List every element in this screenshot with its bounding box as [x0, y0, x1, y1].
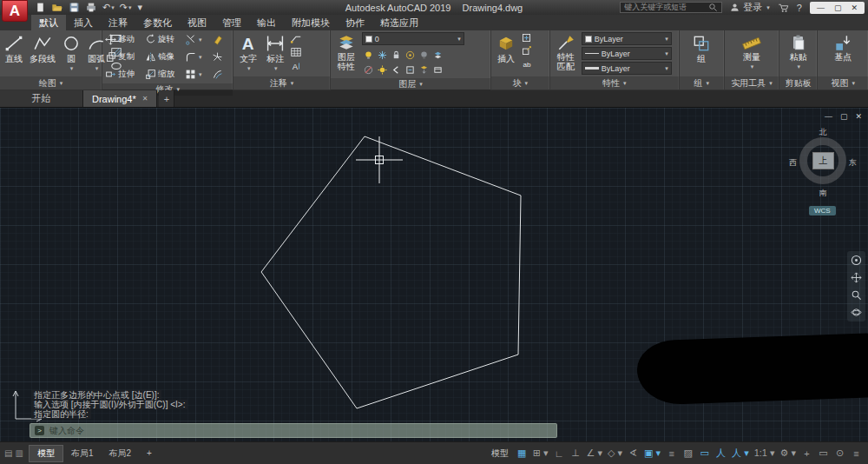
move-button[interactable]: 移动: [105, 34, 141, 45]
status-toggle-icon[interactable]: ≡: [664, 446, 679, 461]
close-button[interactable]: ✕: [851, 3, 858, 12]
layout-tab[interactable]: 布局1: [63, 445, 102, 462]
layer-properties-button[interactable]: 图层特性: [333, 32, 359, 72]
ribbon-tab[interactable]: 附加模块: [284, 15, 338, 30]
layer-dropdown[interactable]: 0 ▾: [362, 32, 464, 45]
new-drawing-tab-button[interactable]: +: [159, 90, 174, 107]
status-toggle-icon[interactable]: ▭: [697, 446, 712, 461]
panel-label-annotation[interactable]: 注释▾: [233, 76, 330, 89]
panel-label-layers[interactable]: 图层▾: [331, 78, 490, 90]
ribbon-tab[interactable]: 插入: [66, 15, 101, 30]
panel-label-draw[interactable]: 绘图▾: [0, 76, 102, 89]
layer-thaw-button[interactable]: [376, 63, 389, 76]
ribbon-tab[interactable]: 精选应用: [372, 15, 426, 30]
minimize-button[interactable]: —: [817, 3, 825, 12]
table-tool-button[interactable]: [290, 46, 302, 58]
linetype-dropdown[interactable]: ByLayer ▾: [582, 47, 672, 60]
viewcube[interactable]: 北 上 西 东 南 WCS: [788, 127, 858, 219]
ribbon-tab[interactable]: 视图: [180, 15, 214, 30]
polyline-button[interactable]: 多段线: [28, 32, 57, 64]
new-file-button[interactable]: [35, 2, 46, 13]
rotate-button[interactable]: 旋转: [145, 34, 181, 45]
offset-button[interactable]: [212, 69, 230, 80]
pentagon-polyline[interactable]: [261, 136, 521, 408]
panel-label-clipboard[interactable]: 剪贴板: [779, 76, 817, 89]
measure-button[interactable]: 测量 ▾: [740, 32, 764, 72]
line-button[interactable]: 直线: [3, 32, 25, 64]
panel-label-block[interactable]: 块▾: [491, 76, 549, 89]
panel-label-properties[interactable]: 特性▾: [550, 76, 679, 89]
application-menu-button[interactable]: A: [2, 0, 28, 22]
layer-walk-button[interactable]: [404, 63, 417, 76]
open-file-button[interactable]: [51, 2, 63, 13]
trim-button[interactable]: ▾: [185, 34, 208, 45]
drawing-minimize-button[interactable]: —: [825, 112, 832, 121]
mirror-button[interactable]: 镜像: [145, 51, 181, 63]
redo-button[interactable]: ↷▾: [120, 2, 132, 13]
insert-block-button[interactable]: 插入: [494, 32, 518, 64]
status-toggle-icon[interactable]: ⊥: [569, 446, 583, 461]
ribbon-tab[interactable]: 管理: [214, 15, 249, 30]
status-toggle-icon[interactable]: +: [799, 446, 814, 461]
status-toggle-icon[interactable]: ⊙: [832, 446, 847, 461]
quickview-drawings-icon[interactable]: ▤: [4, 448, 12, 458]
app-store-cart-icon[interactable]: [778, 3, 789, 13]
file-tab-start[interactable]: 开始: [0, 90, 83, 107]
wcs-menu[interactable]: WCS: [809, 206, 836, 215]
panel-label-groups[interactable]: 组▾: [680, 76, 724, 89]
stretch-button[interactable]: 拉伸: [105, 69, 141, 80]
zoom-extents-button[interactable]: [851, 289, 862, 301]
layer-prev-button[interactable]: [390, 63, 403, 76]
ribbon-tab[interactable]: 协作: [338, 15, 372, 30]
text-button[interactable]: A 文字 ▾: [236, 32, 260, 74]
ribbon-tab[interactable]: 输出: [249, 15, 284, 30]
circle-caret-icon[interactable]: ▾: [70, 63, 74, 73]
panel-label-view[interactable]: 视图▾: [818, 76, 868, 89]
model-space-indicator[interactable]: 模型: [491, 447, 509, 460]
layer-merge-button[interactable]: [418, 63, 431, 76]
restore-button[interactable]: ▢: [834, 3, 842, 12]
text-caret-icon[interactable]: ▾: [247, 63, 251, 73]
measure-caret-icon[interactable]: ▾: [751, 62, 754, 71]
ribbon-tab[interactable]: 参数化: [135, 15, 180, 30]
dimension-button[interactable]: 标注 ▾: [263, 32, 287, 74]
status-toggle-icon[interactable]: ▣ ▾: [642, 446, 662, 461]
viewcube-up-face[interactable]: 上: [812, 152, 834, 169]
edit-block-button[interactable]: [521, 45, 532, 56]
status-toggle-icon[interactable]: ▦: [515, 446, 529, 461]
drawing-close-button[interactable]: ✕: [855, 112, 862, 121]
status-toggle-icon[interactable]: ∠ ▾: [585, 446, 604, 461]
signin-button[interactable]: 登录 ▾: [730, 1, 770, 14]
status-toggle-icon[interactable]: ≡: [849, 446, 864, 461]
status-toggle-icon[interactable]: 人 ▾: [730, 446, 751, 461]
file-tab-drawing4[interactable]: Drawing4* ✕: [83, 90, 157, 107]
explode-button[interactable]: [212, 51, 230, 63]
group-button[interactable]: 组: [690, 32, 713, 64]
dimension-caret-icon[interactable]: ▾: [274, 63, 278, 73]
qat-customize-button[interactable]: ▾: [137, 2, 142, 13]
paste-button[interactable]: 粘贴 ▾: [788, 32, 809, 72]
full-navigation-wheel-button[interactable]: [851, 255, 862, 266]
status-toggle-icon[interactable]: ⊞ ▾: [531, 446, 550, 461]
layer-freeze-button[interactable]: [376, 48, 389, 62]
viewcube-west-label[interactable]: 西: [789, 157, 797, 169]
arc-caret-icon[interactable]: ▾: [95, 63, 99, 73]
status-toggle-icon[interactable]: ◇ ▾: [606, 446, 624, 461]
block-attributes-button[interactable]: ab: [521, 58, 532, 70]
layer-match-button[interactable]: [431, 48, 444, 62]
quickview-layouts-icon[interactable]: ▥: [15, 448, 23, 458]
status-toggle-icon[interactable]: ⚙ ▾: [779, 446, 798, 461]
drawing-canvas[interactable]: — ▢ ✕ 北 上 西 东 南 WCS 指定正多边形的中心点或 [边(E)]:: [0, 107, 868, 441]
help-button[interactable]: ?: [797, 3, 802, 13]
create-block-button[interactable]: [521, 32, 532, 43]
command-input-bar[interactable]: > 键入命令: [30, 423, 557, 438]
copy-button[interactable]: 复制: [105, 51, 141, 63]
panel-label-utilities[interactable]: 实用工具▾: [725, 76, 779, 89]
scale-button[interactable]: 缩放: [145, 69, 181, 80]
layer-isolate-button[interactable]: [404, 48, 417, 62]
undo-button[interactable]: ↶▾: [102, 2, 115, 13]
drawing-restore-button[interactable]: ▢: [840, 112, 848, 121]
match-properties-button[interactable]: 特性匹配: [553, 32, 579, 72]
status-toggle-icon[interactable]: ∟: [552, 446, 567, 461]
array-button[interactable]: ▾: [185, 69, 208, 80]
